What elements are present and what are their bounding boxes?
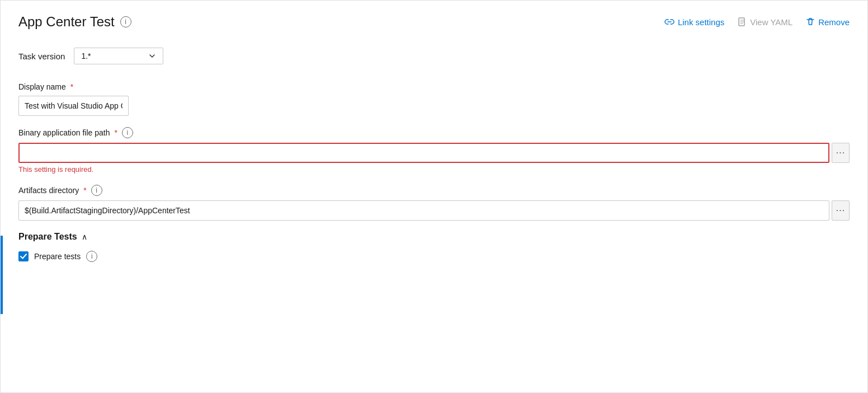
prepare-tests-section-header: Prepare Tests ∧ — [18, 232, 850, 242]
link-settings-button[interactable]: Link settings — [664, 17, 724, 27]
binary-path-field-group: Binary application file path * i ··· Thi… — [18, 127, 850, 174]
header: App Center Test i Link settings View YAM… — [18, 14, 850, 30]
prepare-tests-label: Prepare tests — [34, 252, 81, 261]
chevron-down-icon — [148, 52, 156, 60]
display-name-required: * — [70, 82, 73, 91]
binary-path-error: This setting is required. — [18, 165, 850, 174]
main-card: App Center Test i Link settings View YAM… — [0, 0, 868, 393]
artifacts-dir-input[interactable] — [18, 200, 829, 221]
binary-path-required: * — [114, 128, 117, 137]
task-version-value: 1.* — [81, 52, 91, 60]
binary-path-info-icon[interactable]: i — [122, 127, 133, 138]
link-icon — [664, 17, 674, 26]
prepare-tests-info-icon[interactable]: i — [86, 251, 97, 262]
title-info-icon[interactable]: i — [120, 16, 131, 27]
trash-icon — [806, 17, 815, 26]
prepare-tests-checkbox[interactable] — [18, 251, 29, 261]
binary-path-input-row: ··· — [18, 143, 850, 163]
task-version-label: Task version — [18, 52, 65, 61]
display-name-input[interactable] — [18, 96, 129, 116]
artifacts-dir-label: Artifacts directory * i — [18, 185, 850, 196]
display-name-field-group: Display name * — [18, 82, 850, 116]
remove-button[interactable]: Remove — [806, 17, 850, 27]
checkmark-icon — [20, 254, 27, 259]
task-version-select[interactable]: 1.* — [74, 48, 163, 64]
display-name-label: Display name * — [18, 82, 850, 91]
yaml-icon — [738, 17, 747, 26]
artifacts-dir-browse-button[interactable]: ··· — [832, 200, 850, 221]
title-area: App Center Test i — [18, 14, 131, 30]
header-actions: Link settings View YAML Remove — [664, 17, 850, 27]
task-version-row: Task version 1.* — [18, 48, 850, 64]
artifacts-dir-info-icon[interactable]: i — [91, 185, 102, 196]
binary-path-label: Binary application file path * i — [18, 127, 850, 138]
prepare-tests-checkbox-row: Prepare tests i — [18, 251, 850, 262]
binary-path-input[interactable] — [18, 143, 829, 163]
binary-path-browse-button[interactable]: ··· — [832, 143, 850, 163]
artifacts-dir-required: * — [83, 186, 86, 195]
prepare-tests-title: Prepare Tests — [18, 232, 77, 242]
artifacts-dir-input-row: ··· — [18, 200, 850, 221]
view-yaml-button[interactable]: View YAML — [738, 17, 792, 27]
page-title: App Center Test — [18, 14, 115, 30]
artifacts-dir-field-group: Artifacts directory * i ··· — [18, 185, 850, 221]
prepare-tests-chevron-icon[interactable]: ∧ — [82, 232, 87, 241]
